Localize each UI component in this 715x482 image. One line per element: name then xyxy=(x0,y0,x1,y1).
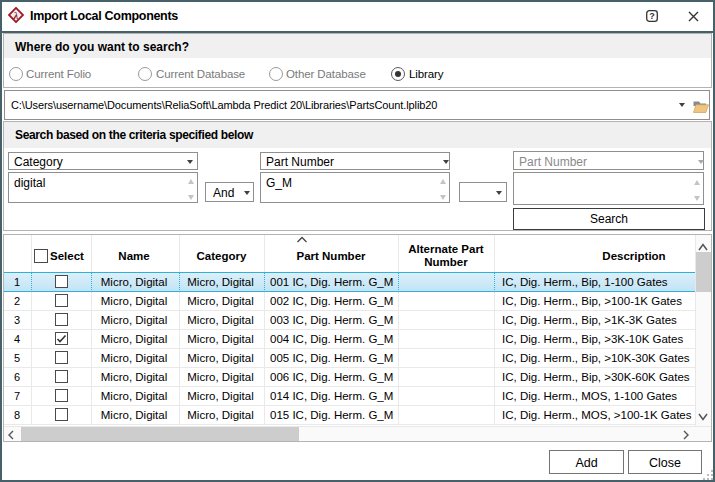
svg-text:?: ? xyxy=(649,11,655,21)
svg-text:λ: λ xyxy=(13,9,19,21)
